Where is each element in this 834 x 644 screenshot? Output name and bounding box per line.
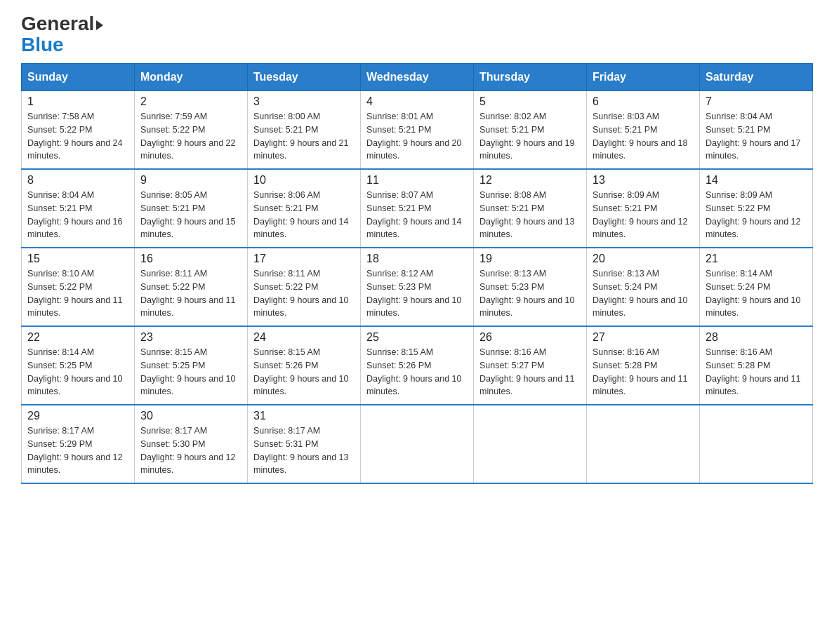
calendar-cell: 24 Sunrise: 8:15 AMSunset: 5:26 PMDaylig… — [248, 326, 361, 405]
calendar-cell: 7 Sunrise: 8:04 AMSunset: 5:21 PMDayligh… — [700, 91, 813, 170]
day-info: Sunrise: 8:09 AMSunset: 5:22 PMDaylight:… — [706, 190, 801, 239]
calendar-cell: 4 Sunrise: 8:01 AMSunset: 5:21 PMDayligh… — [361, 91, 474, 170]
day-number: 7 — [706, 95, 807, 108]
day-number: 28 — [706, 331, 807, 344]
page-header: General Blue — [21, 14, 813, 56]
day-info: Sunrise: 8:15 AMSunset: 5:26 PMDaylight:… — [366, 347, 462, 396]
day-info: Sunrise: 8:12 AMSunset: 5:23 PMDaylight:… — [366, 269, 462, 318]
day-number: 9 — [140, 174, 241, 187]
calendar-cell: 9 Sunrise: 8:05 AMSunset: 5:21 PMDayligh… — [135, 169, 248, 248]
calendar-cell: 14 Sunrise: 8:09 AMSunset: 5:22 PMDaylig… — [700, 169, 813, 248]
day-info: Sunrise: 8:17 AMSunset: 5:31 PMDaylight:… — [253, 426, 349, 475]
day-info: Sunrise: 8:08 AMSunset: 5:21 PMDaylight:… — [479, 190, 575, 239]
calendar-cell: 1 Sunrise: 7:58 AMSunset: 5:22 PMDayligh… — [22, 91, 135, 170]
day-number: 20 — [593, 253, 694, 265]
calendar-cell — [700, 405, 813, 483]
day-number: 29 — [27, 410, 128, 422]
day-number: 26 — [479, 331, 581, 344]
calendar-cell: 17 Sunrise: 8:11 AMSunset: 5:22 PMDaylig… — [248, 248, 361, 326]
day-number: 5 — [479, 95, 581, 108]
day-info: Sunrise: 8:11 AMSunset: 5:22 PMDaylight:… — [140, 269, 236, 318]
day-info: Sunrise: 8:15 AMSunset: 5:26 PMDaylight:… — [253, 347, 349, 396]
day-number: 6 — [593, 95, 694, 108]
day-info: Sunrise: 8:04 AMSunset: 5:21 PMDaylight:… — [706, 112, 801, 161]
calendar-cell: 2 Sunrise: 7:59 AMSunset: 5:22 PMDayligh… — [135, 91, 248, 170]
day-info: Sunrise: 7:58 AMSunset: 5:22 PMDaylight:… — [27, 112, 123, 161]
calendar-cell — [474, 405, 587, 483]
day-info: Sunrise: 8:17 AMSunset: 5:30 PMDaylight:… — [140, 426, 236, 475]
day-number: 15 — [27, 253, 128, 265]
calendar-cell: 11 Sunrise: 8:07 AMSunset: 5:21 PMDaylig… — [361, 169, 474, 248]
calendar-cell: 5 Sunrise: 8:02 AMSunset: 5:21 PMDayligh… — [474, 91, 587, 170]
calendar-cell: 19 Sunrise: 8:13 AMSunset: 5:23 PMDaylig… — [474, 248, 587, 326]
calendar-week-row: 8 Sunrise: 8:04 AMSunset: 5:21 PMDayligh… — [22, 169, 813, 248]
day-info: Sunrise: 8:14 AMSunset: 5:25 PMDaylight:… — [27, 347, 123, 396]
day-info: Sunrise: 8:14 AMSunset: 5:24 PMDaylight:… — [706, 269, 801, 318]
calendar-cell: 29 Sunrise: 8:17 AMSunset: 5:29 PMDaylig… — [22, 405, 135, 483]
day-number: 25 — [366, 331, 468, 344]
calendar-week-row: 15 Sunrise: 8:10 AMSunset: 5:22 PMDaylig… — [22, 248, 813, 326]
calendar-cell: 28 Sunrise: 8:16 AMSunset: 5:28 PMDaylig… — [700, 326, 813, 405]
calendar-week-row: 22 Sunrise: 8:14 AMSunset: 5:25 PMDaylig… — [22, 326, 813, 405]
calendar-cell: 13 Sunrise: 8:09 AMSunset: 5:21 PMDaylig… — [587, 169, 700, 248]
day-number: 2 — [140, 95, 241, 108]
logo-general-text: General — [21, 14, 103, 34]
calendar-cell: 26 Sunrise: 8:16 AMSunset: 5:27 PMDaylig… — [474, 326, 587, 405]
day-number: 18 — [366, 253, 468, 265]
day-number: 4 — [366, 95, 468, 108]
calendar-week-row: 1 Sunrise: 7:58 AMSunset: 5:22 PMDayligh… — [22, 91, 813, 170]
calendar-cell: 15 Sunrise: 8:10 AMSunset: 5:22 PMDaylig… — [22, 248, 135, 326]
day-info: Sunrise: 8:06 AMSunset: 5:21 PMDaylight:… — [253, 190, 349, 239]
day-number: 24 — [253, 331, 355, 344]
calendar-cell: 3 Sunrise: 8:00 AMSunset: 5:21 PMDayligh… — [248, 91, 361, 170]
calendar-cell: 22 Sunrise: 8:14 AMSunset: 5:25 PMDaylig… — [22, 326, 135, 405]
day-number: 3 — [253, 95, 355, 108]
calendar-cell: 18 Sunrise: 8:12 AMSunset: 5:23 PMDaylig… — [361, 248, 474, 326]
calendar-cell — [361, 405, 474, 483]
logo-blue-text: Blue — [21, 34, 64, 56]
calendar-cell: 20 Sunrise: 8:13 AMSunset: 5:24 PMDaylig… — [587, 248, 700, 326]
calendar-cell: 27 Sunrise: 8:16 AMSunset: 5:28 PMDaylig… — [587, 326, 700, 405]
day-info: Sunrise: 8:00 AMSunset: 5:21 PMDaylight:… — [253, 112, 349, 161]
day-number: 23 — [140, 331, 241, 344]
calendar-cell: 23 Sunrise: 8:15 AMSunset: 5:25 PMDaylig… — [135, 326, 248, 405]
calendar-cell: 6 Sunrise: 8:03 AMSunset: 5:21 PMDayligh… — [587, 91, 700, 170]
calendar-cell: 16 Sunrise: 8:11 AMSunset: 5:22 PMDaylig… — [135, 248, 248, 326]
calendar-cell: 21 Sunrise: 8:14 AMSunset: 5:24 PMDaylig… — [700, 248, 813, 326]
day-number: 30 — [140, 410, 241, 422]
calendar-table: SundayMondayTuesdayWednesdayThursdayFrid… — [21, 63, 813, 484]
calendar-cell: 31 Sunrise: 8:17 AMSunset: 5:31 PMDaylig… — [248, 405, 361, 483]
day-info: Sunrise: 8:04 AMSunset: 5:21 PMDaylight:… — [27, 190, 123, 239]
day-info: Sunrise: 8:07 AMSunset: 5:21 PMDaylight:… — [366, 190, 462, 239]
calendar-week-row: 29 Sunrise: 8:17 AMSunset: 5:29 PMDaylig… — [22, 405, 813, 483]
calendar-cell: 25 Sunrise: 8:15 AMSunset: 5:26 PMDaylig… — [361, 326, 474, 405]
weekday-header-friday: Friday — [587, 64, 700, 91]
calendar-cell: 10 Sunrise: 8:06 AMSunset: 5:21 PMDaylig… — [248, 169, 361, 248]
day-number: 21 — [706, 253, 807, 265]
weekday-header-saturday: Saturday — [700, 64, 813, 91]
day-info: Sunrise: 8:03 AMSunset: 5:21 PMDaylight:… — [593, 112, 688, 161]
day-info: Sunrise: 8:13 AMSunset: 5:23 PMDaylight:… — [479, 269, 575, 318]
weekday-header-sunday: Sunday — [22, 64, 135, 91]
day-info: Sunrise: 8:13 AMSunset: 5:24 PMDaylight:… — [593, 269, 688, 318]
day-number: 11 — [366, 174, 468, 187]
calendar-cell: 8 Sunrise: 8:04 AMSunset: 5:21 PMDayligh… — [22, 169, 135, 248]
logo: General Blue — [21, 14, 103, 56]
day-info: Sunrise: 7:59 AMSunset: 5:22 PMDaylight:… — [140, 112, 236, 161]
day-number: 14 — [706, 174, 807, 187]
day-number: 22 — [27, 331, 128, 344]
calendar-cell: 30 Sunrise: 8:17 AMSunset: 5:30 PMDaylig… — [135, 405, 248, 483]
day-number: 8 — [27, 174, 128, 187]
day-info: Sunrise: 8:15 AMSunset: 5:25 PMDaylight:… — [140, 347, 236, 396]
day-info: Sunrise: 8:10 AMSunset: 5:22 PMDaylight:… — [27, 269, 123, 318]
weekday-header-tuesday: Tuesday — [248, 64, 361, 91]
weekday-header-wednesday: Wednesday — [361, 64, 474, 91]
day-info: Sunrise: 8:01 AMSunset: 5:21 PMDaylight:… — [366, 112, 462, 161]
day-info: Sunrise: 8:16 AMSunset: 5:28 PMDaylight:… — [593, 347, 688, 396]
day-number: 27 — [593, 331, 694, 344]
weekday-header-thursday: Thursday — [474, 64, 587, 91]
day-number: 17 — [253, 253, 355, 265]
day-number: 1 — [27, 95, 128, 108]
day-number: 12 — [479, 174, 581, 187]
weekday-header-row: SundayMondayTuesdayWednesdayThursdayFrid… — [22, 64, 813, 91]
